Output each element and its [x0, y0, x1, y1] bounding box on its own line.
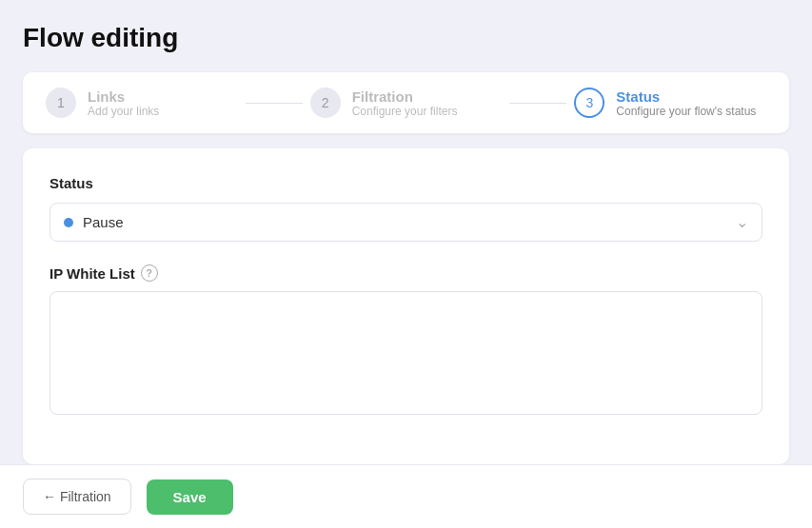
step-label-links: Links: [88, 88, 159, 105]
step-desc-filtration: Configure your filters: [352, 105, 458, 118]
step-filtration[interactable]: 2 Filtration Configure your filters: [310, 88, 503, 118]
step-label-filtration: Filtration: [352, 88, 458, 105]
footer-bar: ← Filtration Save: [0, 464, 812, 528]
step-text-status: Status Configure your flow's status: [616, 88, 756, 118]
step-number-links: 1: [46, 88, 76, 118]
page-title: Flow editing: [23, 23, 789, 53]
back-button[interactable]: ← Filtration: [23, 479, 131, 515]
ip-white-list-input[interactable]: [50, 291, 762, 415]
ip-label-row: IP White List ?: [50, 264, 762, 282]
help-icon[interactable]: ?: [141, 264, 158, 282]
step-label-status: Status: [616, 88, 756, 105]
steps-bar: 1 Links Add your links 2 Filtration Conf…: [23, 72, 789, 133]
status-section-label: Status: [50, 175, 762, 191]
step-number-status: 3: [574, 88, 604, 118]
status-dropdown-left: Pause: [64, 214, 124, 230]
step-divider-1: [246, 103, 303, 104]
status-selected-value: Pause: [83, 214, 124, 230]
status-dropdown[interactable]: Pause ⌄: [50, 203, 762, 242]
save-button[interactable]: Save: [147, 479, 233, 515]
chevron-down-icon: ⌄: [736, 213, 748, 231]
step-divider-2: [509, 103, 566, 104]
step-text-links: Links Add your links: [88, 88, 159, 118]
status-dot: [64, 218, 73, 227]
step-desc-status: Configure your flow's status: [616, 105, 756, 118]
step-number-filtration: 2: [310, 88, 341, 118]
step-links[interactable]: 1 Links Add your links: [46, 88, 238, 118]
main-card: Status Pause ⌄ IP White List ?: [23, 148, 789, 464]
step-desc-links: Add your links: [88, 105, 159, 118]
step-text-filtration: Filtration Configure your filters: [352, 88, 458, 118]
ip-white-list-label: IP White List: [50, 265, 135, 282]
step-status[interactable]: 3 Status Configure your flow's status: [574, 88, 766, 118]
